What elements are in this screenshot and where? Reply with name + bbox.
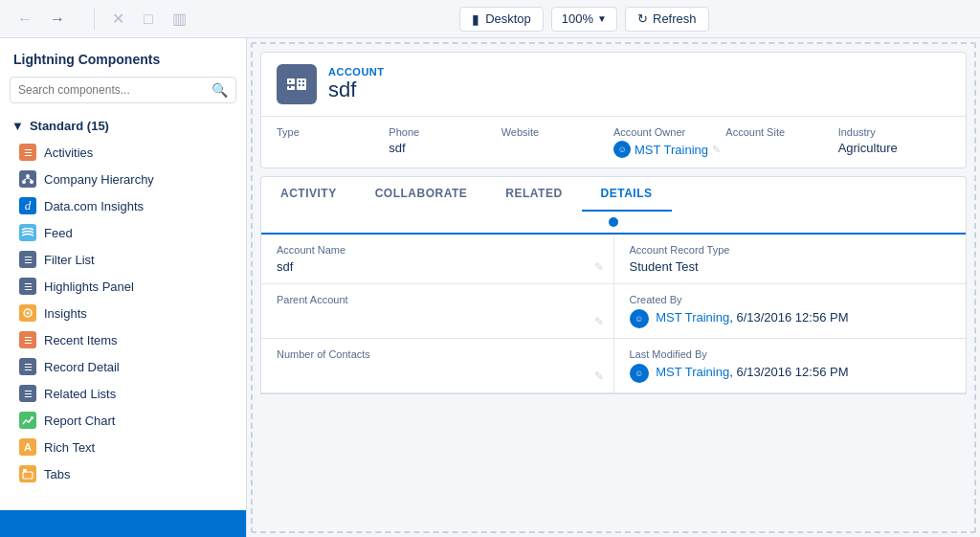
sidebar-item-label: Company Hierarchy xyxy=(44,172,154,187)
desktop-view-button[interactable]: ▮ Desktop xyxy=(459,7,544,32)
section-label: Standard (15) xyxy=(30,119,109,133)
tabs-bar: ACTIVITY COLLABORATE RELATED DETAILS xyxy=(260,176,967,212)
record-type-col: Account Record Type Student Test xyxy=(613,235,967,283)
svg-rect-15 xyxy=(302,80,304,82)
sidebar-item-related-lists[interactable]: ☰ Related Lists xyxy=(0,380,246,407)
sidebar-item-filter-list[interactable]: ☰ Filter List xyxy=(0,246,246,273)
insights-icon xyxy=(19,304,36,322)
last-modified-label: Last Modified By xyxy=(630,348,951,360)
sidebar-item-recent-items[interactable]: ☰ Recent Items xyxy=(0,326,246,353)
sidebar-item-label: Feed xyxy=(44,226,73,240)
chevron-down-icon: ▼ xyxy=(597,13,607,24)
sidebar-item-label: Insights xyxy=(44,306,87,321)
created-by-col: Created By ☺ MST Training, 6/13/2016 12:… xyxy=(613,284,967,338)
sidebar-item-tabs[interactable]: Tabs xyxy=(0,460,246,487)
search-icon: 🔍 xyxy=(212,82,228,98)
search-box: 🔍 xyxy=(10,77,236,103)
refresh-button[interactable]: ↻ Refresh xyxy=(625,7,709,32)
svg-point-6 xyxy=(27,312,30,315)
components-list: ▼ Standard (15) ☰ Activities xyxy=(0,113,246,510)
sidebar-item-datacom-insights[interactable]: d Data.com Insights xyxy=(0,192,246,219)
owner-label: Account Owner xyxy=(613,126,725,138)
website-field: Website xyxy=(501,126,613,158)
sidebar-item-insights[interactable]: Insights xyxy=(0,300,246,326)
filter-list-icon: ☰ xyxy=(19,251,36,268)
copy-button[interactable]: □ xyxy=(138,7,159,32)
report-chart-icon xyxy=(19,412,36,429)
zoom-dropdown[interactable]: 100% ▼ xyxy=(551,7,617,32)
parent-account-label: Parent Account xyxy=(277,294,598,305)
svg-rect-14 xyxy=(299,80,301,82)
sidebar-item-highlights-panel[interactable]: ☰ Highlights Panel xyxy=(0,273,246,300)
search-input[interactable] xyxy=(18,83,212,97)
sidebar-item-feed[interactable]: Feed xyxy=(0,219,246,246)
paste-button[interactable]: ▥ xyxy=(167,6,192,32)
svg-rect-8 xyxy=(23,469,27,473)
svg-rect-7 xyxy=(23,472,33,479)
sidebar-item-rich-text[interactable]: A Rich Text xyxy=(0,434,246,460)
sidebar-item-label: Recent Items xyxy=(44,333,118,347)
monitor-icon: ▮ xyxy=(472,11,479,27)
industry-field: Industry Agriculture xyxy=(838,126,950,158)
owner-field: Account Owner ☺ MST Training ✎ xyxy=(613,126,725,158)
sidebar-item-report-chart[interactable]: Report Chart xyxy=(0,407,246,434)
sidebar-item-label: Activities xyxy=(44,145,93,160)
toolbar: ← → ✕ □ ▥ ▮ Desktop 100% ▼ ↻ Refresh xyxy=(0,0,980,38)
svg-rect-17 xyxy=(302,84,304,86)
detail-row-2: Parent Account ✎ Created By ☺ MST Traini… xyxy=(261,284,966,339)
detail-row-1: Account Name sdf ✎ Account Record Type S… xyxy=(261,235,966,284)
website-label: Website xyxy=(501,126,613,138)
svg-point-1 xyxy=(22,180,26,184)
last-modified-link[interactable]: MST Training xyxy=(656,365,729,379)
tab-related[interactable]: RELATED xyxy=(486,177,581,212)
datacom-icon: d xyxy=(19,197,36,214)
history-controls: ← → xyxy=(11,7,71,32)
site-field: Account Site xyxy=(725,126,837,158)
redo-button[interactable]: → xyxy=(44,7,71,32)
sidebar-item-label: Record Detail xyxy=(44,360,120,374)
account-fields: Type Phone sdf Website Account Owner ☺ xyxy=(261,117,966,168)
content-area: ACCOUNT sdf Type Phone sdf Website xyxy=(251,42,976,533)
account-icon xyxy=(277,64,317,104)
sidebar-item-label: Filter List xyxy=(44,253,95,267)
num-contacts-col: Number of Contacts ✎ xyxy=(261,339,613,392)
svg-rect-12 xyxy=(289,80,291,82)
tabs-icon xyxy=(19,465,36,482)
phone-value: sdf xyxy=(389,141,501,155)
sidebar-item-label: Highlights Panel xyxy=(44,280,134,294)
company-hierarchy-icon xyxy=(19,170,36,188)
created-by-avatar: ☺ xyxy=(630,309,649,328)
sidebar-item-label: Tabs xyxy=(44,467,70,481)
sidebar-item-company-hierarchy[interactable]: Company Hierarchy xyxy=(0,166,246,192)
created-by-value: ☺ MST Training, 6/13/2016 12:56 PM xyxy=(630,309,951,328)
owner-link[interactable]: ☺ MST Training ✎ xyxy=(613,141,725,158)
sidebar-item-record-detail[interactable]: ☰ Record Detail xyxy=(0,353,246,380)
sidebar-item-activities[interactable]: ☰ Activities xyxy=(0,139,246,166)
zoom-value: 100% xyxy=(562,11,593,26)
created-by-link[interactable]: MST Training xyxy=(656,310,729,324)
standard-section-header[interactable]: ▼ Standard (15) xyxy=(0,113,246,139)
sidebar-item-label: Rich Text xyxy=(44,440,95,455)
sidebar-item-label: Report Chart xyxy=(44,414,115,428)
account-name-field-value: sdf xyxy=(277,259,598,274)
account-card: ACCOUNT sdf Type Phone sdf Website xyxy=(260,52,967,168)
created-by-label: Created By xyxy=(630,294,951,305)
account-name-edit-icon[interactable]: ✎ xyxy=(594,260,604,274)
record-type-value: Student Test xyxy=(630,259,951,274)
type-field: Type xyxy=(277,126,389,158)
num-contacts-edit-icon[interactable]: ✎ xyxy=(594,369,604,383)
recent-items-icon: ☰ xyxy=(19,331,36,348)
site-label: Account Site xyxy=(725,126,837,138)
tab-collaborate[interactable]: COLLABORATE xyxy=(356,177,487,212)
parent-account-edit-icon[interactable]: ✎ xyxy=(594,315,604,328)
feed-icon xyxy=(19,224,36,241)
tab-details[interactable]: DETAILS xyxy=(582,177,672,212)
record-type-label: Account Record Type xyxy=(630,244,951,256)
undo-button[interactable]: ← xyxy=(11,7,38,32)
details-panel: Account Name sdf ✎ Account Record Type S… xyxy=(260,212,967,394)
tab-activity[interactable]: ACTIVITY xyxy=(261,177,356,212)
svg-line-4 xyxy=(28,178,32,180)
last-modified-col: Last Modified By ☺ MST Training, 6/13/20… xyxy=(613,339,967,392)
refresh-icon: ↻ xyxy=(637,11,648,26)
cut-button[interactable]: ✕ xyxy=(106,6,130,32)
